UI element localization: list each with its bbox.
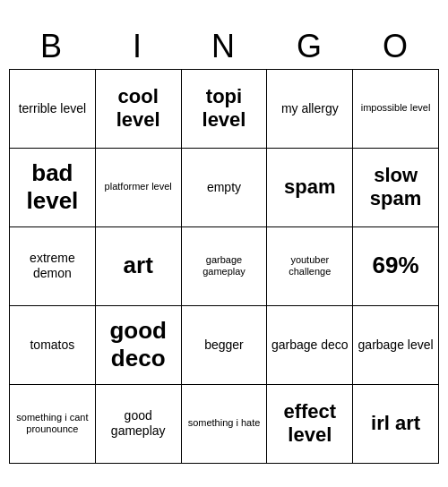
bingo-cell-3: my allergy — [267, 70, 353, 149]
bingo-cell-2: topi level — [182, 70, 268, 149]
cell-text-4: impossible level — [361, 102, 431, 114]
cell-text-13: youtuber challenge — [271, 254, 349, 278]
cell-text-19: garbage level — [358, 337, 434, 353]
cell-text-24: irl art — [371, 412, 420, 435]
cell-text-9: slow spam — [357, 164, 435, 211]
bingo-cell-20: something i cant prounounce — [10, 385, 96, 464]
bingo-cell-21: good gameplay — [96, 385, 182, 464]
bingo-cell-6: platformer level — [96, 149, 182, 227]
cell-text-5: bad level — [13, 159, 91, 215]
cell-text-20: something i cant prounounce — [13, 412, 91, 435]
header-letter-o: O — [353, 24, 439, 69]
cell-text-11: art — [124, 252, 153, 279]
bingo-cell-12: garbage gameplay — [182, 227, 268, 306]
cell-text-14: 69% — [373, 252, 419, 279]
bingo-cell-5: bad level — [10, 149, 96, 227]
bingo-cell-0: terrible level — [10, 70, 96, 149]
cell-text-8: spam — [284, 175, 335, 199]
cell-text-10: extreme demon — [13, 251, 91, 281]
header-letter-n: N — [181, 24, 267, 69]
cell-text-22: something i hate — [188, 417, 261, 429]
header-letter-g: G — [267, 24, 353, 69]
cell-text-16: good deco — [99, 317, 177, 372]
bingo-cell-23: effect level — [267, 385, 353, 464]
bingo-cell-4: impossible level — [353, 70, 439, 149]
bingo-header: BINGO — [9, 24, 439, 69]
cell-text-6: platformer level — [105, 181, 172, 192]
cell-text-3: my allergy — [281, 101, 339, 116]
cell-text-23: effect level — [271, 400, 349, 448]
bingo-cell-16: good deco — [96, 306, 182, 385]
bingo-cell-10: extreme demon — [10, 227, 96, 306]
bingo-cell-13: youtuber challenge — [267, 227, 353, 306]
cell-text-18: garbage deco — [271, 337, 349, 353]
bingo-cell-1: cool level — [96, 70, 182, 149]
header-letter-b: B — [9, 24, 95, 69]
bingo-cell-8: spam — [267, 149, 353, 227]
bingo-cell-7: empty — [182, 149, 268, 227]
bingo-grid: terrible levelcool leveltopi levelmy all… — [9, 69, 439, 464]
bingo-cell-11: art — [96, 227, 182, 306]
cell-text-12: garbage gameplay — [185, 254, 263, 278]
bingo-cell-22: something i hate — [182, 385, 268, 464]
cell-text-1: cool level — [99, 85, 177, 132]
header-letter-i: I — [95, 24, 181, 69]
cell-text-0: terrible level — [19, 101, 86, 116]
cell-text-15: tomatos — [30, 337, 74, 353]
bingo-cell-24: irl art — [353, 385, 439, 464]
cell-text-17: begger — [204, 337, 244, 353]
bingo-card: BINGO terrible levelcool leveltopi level… — [9, 24, 439, 464]
cell-text-21: good gameplay — [99, 408, 177, 439]
bingo-cell-17: begger — [182, 306, 268, 385]
bingo-cell-9: slow spam — [353, 149, 439, 227]
bingo-cell-14: 69% — [353, 227, 439, 306]
bingo-cell-19: garbage level — [353, 306, 439, 385]
bingo-cell-18: garbage deco — [267, 306, 353, 385]
bingo-cell-15: tomatos — [10, 306, 96, 385]
cell-text-7: empty — [207, 180, 241, 195]
cell-text-2: topi level — [185, 85, 263, 132]
